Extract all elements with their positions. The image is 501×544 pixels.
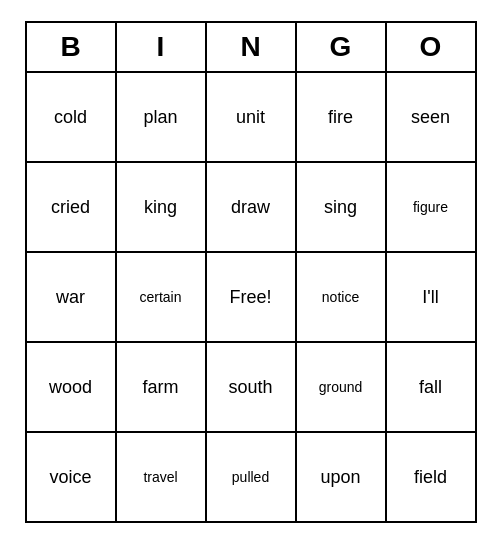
cell-1-2: plan (117, 73, 207, 163)
cell-3-3: Free! (207, 253, 297, 343)
row-4: wood farm south ground fall (27, 343, 477, 433)
bingo-card: B I N G O cold plan unit fire seen cried… (25, 21, 477, 523)
cell-1-5: seen (387, 73, 477, 163)
header-g: G (297, 23, 387, 73)
cell-5-4: upon (297, 433, 387, 523)
cell-3-4: notice (297, 253, 387, 343)
cell-2-1: cried (27, 163, 117, 253)
row-2: cried king draw sing figure (27, 163, 477, 253)
header-row: B I N G O (27, 23, 477, 73)
header-i: I (117, 23, 207, 73)
cell-3-1: war (27, 253, 117, 343)
header-o: O (387, 23, 477, 73)
cell-2-2: king (117, 163, 207, 253)
cell-5-3: pulled (207, 433, 297, 523)
header-n: N (207, 23, 297, 73)
cell-1-4: fire (297, 73, 387, 163)
cell-4-2: farm (117, 343, 207, 433)
cell-4-3: south (207, 343, 297, 433)
cell-4-4: ground (297, 343, 387, 433)
row-5: voice travel pulled upon field (27, 433, 477, 523)
cell-4-5: fall (387, 343, 477, 433)
row-3: war certain Free! notice I'll (27, 253, 477, 343)
cell-2-5: figure (387, 163, 477, 253)
cell-2-3: draw (207, 163, 297, 253)
cell-5-1: voice (27, 433, 117, 523)
cell-4-1: wood (27, 343, 117, 433)
row-1: cold plan unit fire seen (27, 73, 477, 163)
cell-5-2: travel (117, 433, 207, 523)
cell-2-4: sing (297, 163, 387, 253)
cell-3-2: certain (117, 253, 207, 343)
cell-1-1: cold (27, 73, 117, 163)
header-b: B (27, 23, 117, 73)
cell-1-3: unit (207, 73, 297, 163)
cell-3-5: I'll (387, 253, 477, 343)
cell-5-5: field (387, 433, 477, 523)
